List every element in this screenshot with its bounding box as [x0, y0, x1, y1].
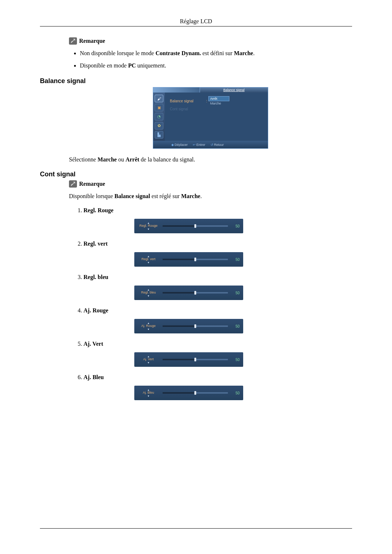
slider-thumb: [195, 224, 196, 228]
text: Non disponible lorsque le mode: [80, 50, 155, 56]
slider-osd: ▲ Regl. bleu ▼ 50: [134, 286, 243, 300]
remarque-label: Remarque: [79, 38, 105, 44]
slider-thumb: [195, 391, 196, 395]
gear-icon: ✿: [155, 122, 163, 130]
slider-heading: Regl. vert: [83, 241, 352, 247]
list-item: Aj. Rouge ▲ Aj. Rouge ▼ 50: [83, 307, 352, 341]
slider-value: 50: [232, 324, 240, 328]
list-item: Aj. Bleu ▲ Aj. Bleu ▼ 50: [83, 374, 352, 407]
slider-heading: Aj. Bleu: [83, 374, 352, 381]
osd-row-label: Balance signal: [170, 99, 206, 103]
slider-list: Regl. Rouge ▲ Regl. Rouge ▼ 50 Regl. ver…: [69, 207, 352, 407]
slider-osd: ▲ Aj. Rouge ▼ 50: [134, 319, 243, 333]
slider-thumb: [195, 258, 196, 261]
osd-footer-return: Retour: [214, 143, 224, 147]
slider-track: [163, 392, 228, 394]
slider-value: 50: [232, 291, 240, 295]
slider-heading: Aj. Vert: [83, 341, 352, 347]
slider-track: [163, 359, 228, 360]
slider-thumb: [195, 291, 196, 295]
osd-footer: ◆Déplacer ↩Entrer ↺Retour: [153, 141, 268, 148]
slider-heading: Regl. bleu: [83, 274, 352, 280]
text: .: [200, 193, 202, 199]
text: est défini sur: [201, 50, 234, 56]
text-bold: Marche: [181, 193, 200, 199]
picture-icon: 🖌: [155, 95, 163, 102]
slider-thumb: [195, 324, 196, 328]
list-item: Regl. vert ▲ Regl. vert ▼ 50: [83, 241, 352, 274]
slider-value: 50: [232, 258, 240, 262]
osd-title: Balance signal: [200, 87, 268, 93]
text-bold: PC: [128, 62, 136, 69]
move-icon: ◆: [171, 143, 174, 147]
text: .: [253, 50, 254, 56]
slider-heading: Regl. Rouge: [83, 207, 352, 214]
text-bold: Arrêt: [126, 156, 139, 163]
text-bold: Contraste Dynam.: [155, 50, 201, 56]
text: Disponible lorsque: [69, 193, 114, 199]
footer-rule: [40, 528, 352, 529]
text: Disponible en mode: [80, 62, 128, 69]
text-bold: Balance signal: [114, 193, 150, 199]
slider-track: [163, 325, 228, 327]
osd-option-on: Marche: [208, 101, 229, 106]
list-item: Aj. Vert ▲ Aj. Vert ▼ 50: [83, 341, 352, 374]
list-item: Regl. Rouge ▲ Regl. Rouge ▼ 50: [83, 207, 352, 241]
text: Sélectionne: [69, 156, 98, 163]
arrow-down-icon: ▼: [147, 228, 150, 230]
header-rule: [40, 26, 352, 26]
note-icon: [69, 180, 77, 188]
return-icon: ↺: [211, 143, 213, 147]
slider-osd: ▲ Regl. Rouge ▼ 50: [134, 219, 243, 233]
arrow-down-icon: ▼: [147, 295, 150, 297]
slider-value: 50: [232, 224, 240, 228]
osd-balance-signal: Balance signal 🖌 ▣ ◔ ✿ ▙ Balance signal …: [153, 87, 268, 149]
slider-heading: Aj. Rouge: [83, 307, 352, 314]
note-icon: [69, 37, 77, 45]
slider-osd: ▲ Aj. Vert ▼ 50: [134, 352, 243, 367]
slider-track: [163, 259, 228, 260]
text: ou: [117, 156, 126, 163]
osd-footer-move: Déplacer: [175, 143, 188, 147]
text-bold: Marche: [234, 50, 253, 56]
text: est réglé sur: [150, 193, 181, 199]
osd-row-label-disabled: Cont signal: [170, 107, 206, 111]
slider-label: Regl. Rouge: [139, 224, 158, 228]
balance-body-text: Sélectionne Marche ou Arrêt de la balanc…: [69, 155, 352, 164]
arrow-down-icon: ▼: [147, 361, 150, 364]
slider-label: Aj. Bleu: [143, 391, 154, 395]
remarque-label: Remarque: [79, 181, 105, 187]
screen-icon: ▙: [155, 131, 163, 139]
slider-label: Regl. vert: [142, 258, 156, 261]
text: uniquement.: [136, 62, 166, 69]
list-item: Regl. bleu ▲ Regl. bleu ▼ 50: [83, 274, 352, 307]
remarque-list: Non disponible lorsque le mode Contraste…: [69, 49, 352, 70]
pip-icon: ▣: [155, 104, 163, 111]
slider-osd: ▲ Regl. vert ▼ 50: [134, 252, 243, 267]
arrow-down-icon: ▼: [147, 328, 150, 331]
enter-icon: ↩: [193, 143, 196, 147]
slider-osd: ▲ Aj. Bleu ▼ 50: [134, 386, 243, 400]
slider-label: Aj. Vert: [143, 358, 154, 361]
osd-footer-enter: Entrer: [196, 143, 205, 147]
list-item: Disponible en mode PC uniquement.: [80, 61, 352, 70]
osd-option-off: Arrêt: [208, 96, 229, 101]
slider-value: 50: [232, 391, 240, 395]
slider-label: Regl. bleu: [141, 291, 156, 295]
slider-value: 50: [232, 358, 240, 362]
slider-track: [163, 292, 228, 294]
osd-category-icons: 🖌 ▣ ◔ ✿ ▙: [153, 93, 165, 141]
arrow-down-icon: ▼: [147, 261, 150, 264]
section-heading-cont: Cont signal: [40, 171, 352, 178]
slider-track: [163, 225, 228, 227]
text-bold: Marche: [98, 156, 117, 163]
arrow-down-icon: ▼: [147, 395, 150, 397]
running-head: Réglage LCD: [40, 18, 352, 25]
section-heading-balance: Balance signal: [40, 77, 352, 85]
text: de la balance du signal.: [139, 156, 195, 163]
slider-label: Aj. Rouge: [141, 324, 156, 328]
slider-thumb: [195, 358, 196, 361]
clock-icon: ◔: [155, 113, 163, 120]
cont-body-text: Disponible lorsque Balance signal est ré…: [69, 192, 352, 201]
list-item: Non disponible lorsque le mode Contraste…: [80, 49, 352, 58]
